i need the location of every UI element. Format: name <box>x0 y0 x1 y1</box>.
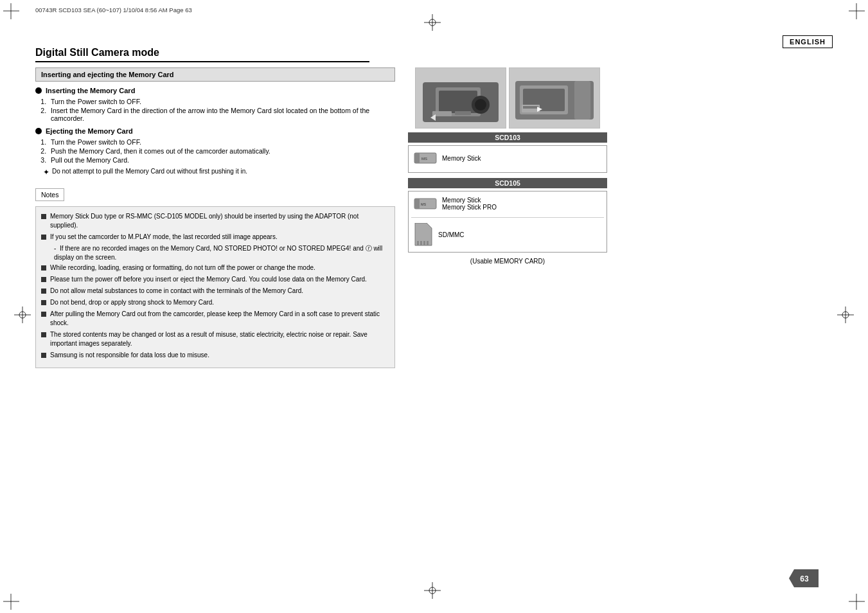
list-item: If you set the camcorder to M.PLAY mode,… <box>41 233 387 242</box>
list-item: Do not bend, drop or apply strong shock … <box>41 298 387 307</box>
two-col-layout: Inserting and ejecting the Memory Card I… <box>35 67 833 368</box>
corner-mark-bl <box>3 594 19 610</box>
header-meta: 00743R SCD103 SEA (60~107) 1/10/04 8:56 … <box>35 6 192 13</box>
inserting-steps-list: Turn the Power switch to OFF. Insert the… <box>35 98 395 122</box>
ejecting-note-text: Do not attempt to pull the Memory Card o… <box>52 168 247 175</box>
page-container: 00743R SCD103 SEA (60~107) 1/10/04 8:56 … <box>0 0 868 613</box>
usable-memory-label: (Usable MEMORY CARD) <box>408 258 607 265</box>
model-card-row: MS Memory Stick <box>411 148 604 168</box>
model-section-scd103: SCD103 MS Memory Stick <box>408 132 607 173</box>
left-column: Inserting and ejecting the Memory Card I… <box>35 67 395 368</box>
list-item: After pulling the Memory Card out from t… <box>41 310 387 328</box>
list-item: Pull out the Memory Card. <box>48 156 395 164</box>
memory-stick-icon: MS <box>414 150 437 166</box>
card-name-scd105-0: Memory Stick Memory Stick PRO <box>442 197 497 211</box>
subsection-heading-inserting: Inserting the Memory Card <box>35 87 395 94</box>
notes-item-text: Do not allow metal substances to come in… <box>50 287 303 296</box>
notes-item-indent: - If there are no recorded images on the… <box>41 244 387 262</box>
square-bullet-icon <box>41 235 46 240</box>
notes-item-text: Memory Stick Duo type or RS-MMC (SC-D105… <box>50 212 387 230</box>
crosshair-bottom-center <box>424 582 441 599</box>
notes-label-box: Notes <box>35 188 64 201</box>
bullet-icon <box>35 87 42 94</box>
list-item: While recording, loading, erasing or for… <box>41 263 387 272</box>
camera-diagram-1 <box>415 67 506 129</box>
list-item: Insert the Memory Card in the direction … <box>48 107 395 122</box>
svg-text:63: 63 <box>800 574 809 583</box>
camera-images-row <box>408 67 607 129</box>
square-bullet-icon <box>41 312 46 317</box>
svg-rect-33 <box>523 106 538 109</box>
subsection-title-inserting: Inserting the Memory Card <box>46 87 135 94</box>
subsection-inserting: Inserting the Memory Card Turn the Power… <box>35 87 395 122</box>
list-item: Push the Memory Card, then it comes out … <box>48 147 395 155</box>
notes-item-text: The stored contents may be changed or lo… <box>50 330 387 348</box>
square-bullet-icon <box>41 277 46 282</box>
square-bullet-icon <box>41 300 46 305</box>
crosshair-left-center <box>14 306 31 323</box>
bullet-icon <box>35 128 42 134</box>
sd-card-icon <box>414 223 433 246</box>
memory-stick-pro-icon: MS <box>414 195 437 212</box>
plus-icon: ✦ <box>43 168 49 177</box>
svg-text:MS: MS <box>421 202 427 206</box>
svg-point-24 <box>475 99 486 111</box>
card-name-scd105-1: SD/MMC <box>438 231 465 238</box>
notes-item-text: Do not bend, drop or apply strong shock … <box>50 298 214 307</box>
svg-rect-31 <box>574 81 590 120</box>
ejecting-steps-list: Turn the Power switch to OFF. Push the M… <box>35 138 395 164</box>
model-section-scd105: SCD105 MS Memory Stick Memory Stick PRO <box>408 178 607 253</box>
camera-svg-2 <box>510 69 599 127</box>
list-item: Memory Stick Duo type or RS-MMC (SC-D105… <box>41 212 387 230</box>
square-bullet-icon <box>41 332 46 337</box>
svg-rect-26 <box>455 111 471 115</box>
notes-list: Memory Stick Duo type or RS-MMC (SC-D105… <box>35 206 395 368</box>
crosshair-right-center <box>837 306 854 323</box>
list-item: The stored contents may be changed or lo… <box>41 330 387 348</box>
square-bullet-icon <box>41 353 46 358</box>
svg-rect-45 <box>427 241 429 245</box>
list-item: Turn the Power switch to OFF. <box>48 98 395 105</box>
notes-item-text: Please turn the power off before you ins… <box>50 275 367 284</box>
svg-rect-22 <box>439 91 477 113</box>
svg-rect-36 <box>414 153 420 163</box>
svg-text:MS: MS <box>421 157 427 161</box>
page-number-container: 63 <box>788 568 820 589</box>
square-bullet-icon <box>41 265 46 271</box>
model-label-scd105: SCD105 <box>408 178 607 188</box>
list-item: Turn the Power switch to OFF. <box>48 138 395 146</box>
notes-item-text: After pulling the Memory Card out from t… <box>50 310 387 328</box>
notes-item-text: If you set the camcorder to M.PLAY mode,… <box>50 233 278 242</box>
model-label-scd103: SCD103 <box>408 132 607 143</box>
svg-rect-44 <box>423 241 425 245</box>
camera-svg-1 <box>416 69 505 127</box>
model-card-row-sd: SD/MMC <box>411 222 604 247</box>
page-number-badge: 63 <box>788 568 820 589</box>
notes-item-text: While recording, loading, erasing or for… <box>50 263 315 272</box>
list-item: Do not allow metal substances to come in… <box>41 287 387 296</box>
square-bullet-icon <box>41 289 46 294</box>
card-name-scd103-0: Memory Stick <box>442 155 481 162</box>
subsection-title-ejecting: Ejecting the Memory Card <box>46 127 133 135</box>
svg-rect-42 <box>417 241 419 245</box>
corner-mark-br <box>849 594 865 610</box>
subsection-heading-ejecting: Ejecting the Memory Card <box>35 127 395 135</box>
section-heading: Inserting and ejecting the Memory Card <box>35 67 395 82</box>
list-item: Samsung is not responsible for data loss… <box>41 351 387 360</box>
notes-item-indent-text: If there are no recorded images on the M… <box>54 245 382 261</box>
model-inner-scd103: MS Memory Stick <box>408 145 607 173</box>
subsection-ejecting: Ejecting the Memory Card Turn the Power … <box>35 127 395 177</box>
page-header: 00743R SCD103 SEA (60~107) 1/10/04 8:56 … <box>0 0 868 35</box>
main-content: ENGLISH Digital Still Camera mode Insert… <box>35 35 833 578</box>
ejecting-note: ✦ Do not attempt to pull the Memory Card… <box>35 168 395 177</box>
list-item: Please turn the power off before you ins… <box>41 275 387 284</box>
english-badge: ENGLISH <box>783 35 833 48</box>
square-bullet-icon <box>41 214 46 219</box>
camera-diagram-2 <box>509 67 600 129</box>
right-column: SCD103 MS Memory Stick <box>408 67 607 368</box>
notes-item-text: Samsung is not responsible for data loss… <box>50 351 209 360</box>
page-title: Digital Still Camera mode <box>35 47 369 62</box>
separator <box>411 217 604 218</box>
model-card-row-ms: MS Memory Stick Memory Stick PRO <box>411 194 604 213</box>
svg-rect-43 <box>420 241 422 245</box>
